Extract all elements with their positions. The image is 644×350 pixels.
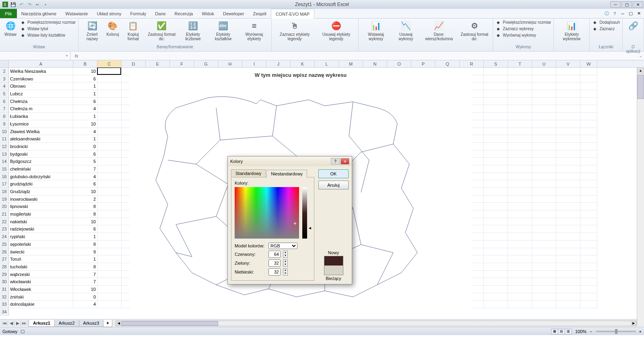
- row-header[interactable]: 19: [0, 196, 9, 203]
- cell[interactable]: [580, 90, 597, 98]
- undo-icon[interactable]: ↶: [18, 1, 25, 8]
- row-header[interactable]: 34: [0, 308, 9, 316]
- row-header[interactable]: 22: [0, 218, 9, 226]
- cell[interactable]: 10: [73, 120, 97, 128]
- cell[interactable]: chełmiński: [9, 165, 73, 173]
- cell[interactable]: [580, 263, 597, 271]
- window-restore-icon[interactable]: ▢: [628, 11, 634, 16]
- cell[interactable]: [580, 271, 597, 278]
- normal-view-button[interactable]: ▦: [551, 329, 558, 334]
- cell[interactable]: 2: [73, 196, 97, 203]
- cell[interactable]: Lubicz: [9, 90, 73, 98]
- sheet-tab-arkusz2[interactable]: Arkusz2: [54, 320, 79, 327]
- blue-input[interactable]: [268, 268, 281, 276]
- col-header-L[interactable]: L: [315, 60, 339, 67]
- cell[interactable]: [532, 120, 556, 128]
- ribbon-dane-wiersz/kolumna[interactable]: 📈Dane: wiersz/kolumna: [421, 19, 457, 42]
- cell[interactable]: [532, 271, 556, 278]
- cell[interactable]: 5: [73, 158, 97, 165]
- tab-custom[interactable]: Niestandardowy: [266, 170, 307, 177]
- cell[interactable]: [97, 210, 122, 218]
- dialog-close-button[interactable]: ✕: [341, 158, 349, 165]
- cell[interactable]: [532, 165, 556, 173]
- namebox-dropdown-icon[interactable]: ▾: [66, 54, 68, 58]
- cell[interactable]: [580, 218, 597, 226]
- scroll-up-icon[interactable]: ▲: [637, 68, 644, 74]
- formula-expand-icon[interactable]: ⌄: [637, 53, 644, 58]
- cell[interactable]: [580, 188, 597, 196]
- scroll-thumb[interactable]: [637, 75, 644, 99]
- cell[interactable]: sępoleński: [9, 241, 73, 248]
- cell[interactable]: [580, 173, 597, 181]
- cell[interactable]: [97, 82, 122, 90]
- cell[interactable]: Grudziądz: [9, 188, 73, 196]
- row-header[interactable]: 5: [0, 90, 9, 98]
- sheet-first-icon[interactable]: ⏮: [2, 321, 8, 326]
- cell[interactable]: [484, 196, 508, 203]
- cell[interactable]: 10: [73, 68, 97, 75]
- cell[interactable]: [532, 75, 556, 83]
- cell[interactable]: [532, 173, 556, 181]
- cell[interactable]: [556, 143, 580, 150]
- cell[interactable]: 6: [73, 180, 97, 188]
- macro-record-icon[interactable]: ▢: [21, 329, 25, 334]
- cell[interactable]: [97, 293, 122, 301]
- cell[interactable]: [556, 301, 580, 308]
- ribbon-kopiuj-format[interactable]: 📋Kopiuj format: [122, 19, 144, 42]
- cell[interactable]: [556, 105, 580, 113]
- blue-spinner[interactable]: ▲▼: [283, 268, 288, 276]
- col-header-B[interactable]: B: [73, 60, 97, 67]
- col-header-N[interactable]: N: [363, 60, 387, 67]
- cell[interactable]: 4: [73, 128, 97, 136]
- help-icon[interactable]: ?: [612, 11, 617, 16]
- cell[interactable]: [580, 293, 597, 301]
- cell[interactable]: 1: [73, 90, 97, 98]
- zoom-slider[interactable]: [596, 331, 636, 332]
- menu-tab-cont-evo-map[interactable]: CONT-EVO MAP: [271, 9, 314, 19]
- cell[interactable]: [508, 210, 532, 218]
- cell[interactable]: [508, 68, 532, 75]
- row-header[interactable]: 21: [0, 210, 9, 218]
- ribbon-etykiety-kształtów[interactable]: 🔤Etykiety kształtów: [209, 19, 238, 42]
- col-header-M[interactable]: M: [339, 60, 363, 67]
- cell[interactable]: [580, 113, 597, 120]
- row-header[interactable]: 28: [0, 263, 9, 271]
- cell[interactable]: 1: [73, 113, 97, 120]
- page-layout-button[interactable]: ▤: [558, 329, 565, 334]
- cell[interactable]: [556, 165, 580, 173]
- ribbon-zaznacz-wykresy[interactable]: ◆Zaznacz wykresy: [495, 26, 551, 31]
- green-spinner[interactable]: ▲▼: [283, 259, 288, 267]
- cell[interactable]: tucholski: [9, 263, 73, 271]
- cell[interactable]: [508, 278, 532, 286]
- cell[interactable]: [508, 173, 532, 181]
- cell[interactable]: [508, 150, 532, 158]
- cell[interactable]: [556, 196, 580, 203]
- cell[interactable]: [580, 196, 597, 203]
- cell[interactable]: [532, 225, 556, 233]
- cell[interactable]: 7: [73, 278, 97, 286]
- cell[interactable]: [580, 203, 597, 210]
- cell[interactable]: [484, 173, 508, 181]
- sheet-last-icon[interactable]: ⏭: [21, 321, 27, 326]
- menu-tab-formuły[interactable]: Formuły: [126, 9, 151, 18]
- ribbon-wstawiaj-wykresy[interactable]: 📊Wstawiaj wykresy: [361, 19, 390, 42]
- cell[interactable]: lipnowski: [9, 203, 73, 210]
- cell[interactable]: [484, 188, 508, 196]
- row-header[interactable]: 25: [0, 241, 9, 248]
- cell[interactable]: [532, 150, 556, 158]
- hscroll-thumb[interactable]: [122, 321, 218, 326]
- cell[interactable]: Wielka Nieszawka: [9, 68, 73, 75]
- row-header[interactable]: 18: [0, 188, 9, 196]
- col-header-I[interactable]: I: [242, 60, 266, 67]
- cell[interactable]: [97, 301, 122, 308]
- qat-icon[interactable]: ▪▪: [34, 1, 41, 8]
- cell[interactable]: Chełmża m: [9, 105, 73, 113]
- scroll-right-icon[interactable]: ▶: [631, 321, 636, 326]
- cell[interactable]: [97, 143, 122, 150]
- menu-tab-wstawianie[interactable]: Wstawianie: [61, 9, 92, 18]
- ribbon-wstaw-tytuł[interactable]: ◆Wstaw tytuł: [20, 26, 76, 31]
- cell[interactable]: [97, 248, 122, 256]
- cell[interactable]: [580, 233, 597, 241]
- cell[interactable]: [532, 68, 556, 75]
- cell[interactable]: [97, 271, 122, 278]
